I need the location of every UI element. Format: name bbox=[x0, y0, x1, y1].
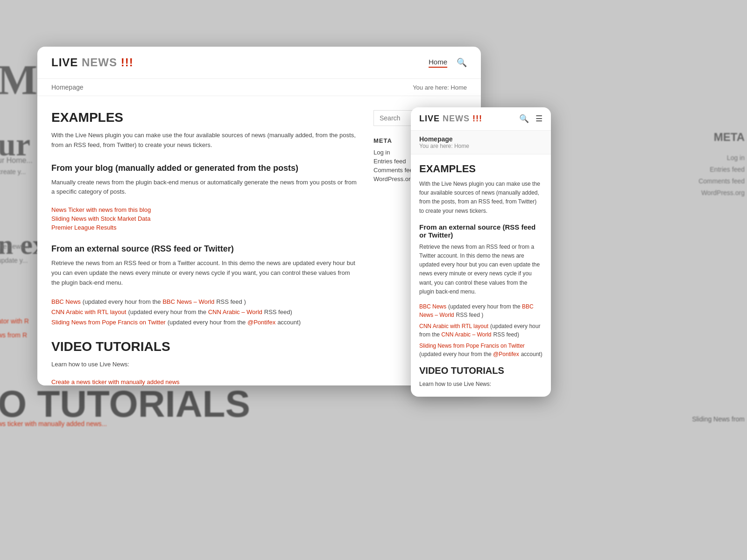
video-title: VIDEO TUTORIALS bbox=[51, 339, 359, 354]
site-logo: LIVE NEWS !!! bbox=[51, 56, 134, 69]
external-link-2: CNN Arabic with RTL layout (updated ever… bbox=[51, 308, 359, 316]
pope-middle: (updated every hour from the bbox=[168, 319, 247, 326]
mobile-pope-block: Sliding News from Pope Francis on Twitte… bbox=[419, 341, 543, 358]
blog-desc: Manually create news from the plugin bac… bbox=[51, 178, 359, 197]
mobile-search-button[interactable]: 🔍 bbox=[519, 114, 529, 124]
bg-text-ticker: ws ticker with manually added news... bbox=[0, 420, 107, 427]
bg-meta-entries: Entries feed bbox=[710, 166, 745, 173]
cnn-world-link[interactable]: CNN Arabic – World bbox=[208, 308, 262, 315]
mobile-breadcrumb-main: Homepage bbox=[419, 135, 543, 143]
mobile-menu-button[interactable]: ☰ bbox=[536, 114, 543, 124]
logo-news: NEWS bbox=[78, 56, 117, 69]
mobile-logo-exclaim: !!! bbox=[470, 114, 482, 123]
mobile-breadcrumb-sub: You are here: Home bbox=[419, 143, 543, 149]
video-desc: Learn how to use Live News: bbox=[51, 360, 359, 370]
video-link-1[interactable]: Create a news ticker with manually added… bbox=[51, 378, 359, 385]
bg-text-home: ur Home... bbox=[0, 156, 33, 165]
external-link-1: BBC News (updated every hour from the BB… bbox=[51, 297, 359, 306]
mobile-bbc-block: BBC News (updated every hour from the BB… bbox=[419, 302, 543, 319]
bbc-world-link[interactable]: BBC News – World bbox=[162, 298, 214, 305]
mobile-video-desc: Learn how to use Live News: bbox=[419, 380, 543, 389]
mobile-header-icons: 🔍 ☰ bbox=[519, 114, 543, 124]
breadcrumb-bar: Homepage You are here: Home bbox=[37, 79, 481, 96]
pontifex-link[interactable]: @Pontifex bbox=[247, 319, 275, 326]
cnn-middle: (updated every hour from the bbox=[128, 308, 208, 315]
mobile-content: EXAMPLES With the Live News plugin you c… bbox=[411, 154, 551, 397]
bg-text-sliding: ws from R bbox=[0, 331, 27, 339]
mobile-logo-news: NEWS bbox=[440, 114, 470, 123]
mobile-external-title: From an external source (RSS feed or Twi… bbox=[419, 223, 543, 239]
external-section: From an external source (RSS feed or Twi… bbox=[51, 244, 359, 326]
logo-live: LIVE bbox=[51, 56, 78, 69]
bg-text-cnn: ator with R bbox=[0, 317, 29, 325]
mobile-pope-middle: (updated every hour from the bbox=[419, 351, 493, 357]
mobile-examples-desc: With the Live News plugin you can make u… bbox=[419, 180, 543, 216]
blog-section: From your blog (manually added or genera… bbox=[51, 163, 359, 231]
bg-meta-wp: WordPress.org bbox=[701, 189, 745, 196]
mobile-cnn-block: CNN Arabic with RTL layout (updated ever… bbox=[419, 322, 543, 338]
external-title: From an external source (RSS feed or Twi… bbox=[51, 244, 359, 254]
mobile-breadcrumb: Homepage You are here: Home bbox=[411, 131, 551, 154]
cnn-link[interactable]: CNN Arabic with RTL layout bbox=[51, 308, 126, 315]
site-header: LIVE NEWS !!! Home 🔍 bbox=[37, 47, 481, 79]
bg-text-create: create y... bbox=[0, 168, 26, 175]
nav-home-link[interactable]: Home bbox=[429, 58, 447, 68]
mobile-bbc-link[interactable]: BBC News bbox=[419, 303, 446, 310]
blog-title: From your blog (manually added or genera… bbox=[51, 163, 359, 173]
bg-meta-title: META bbox=[714, 131, 745, 144]
mobile-logo: LIVE NEWS !!! bbox=[419, 114, 482, 124]
external-desc: Retrieve the news from an RSS feed or fr… bbox=[51, 259, 359, 287]
bg-text-tutorials: O TUTORIALS bbox=[0, 383, 250, 426]
blog-link-3[interactable]: Premier League Results bbox=[51, 224, 359, 231]
mobile-pope-link[interactable]: Sliding News from Pope Francis on Twitte… bbox=[419, 343, 525, 349]
mobile-examples-title: EXAMPLES bbox=[419, 163, 543, 175]
search-icon-button[interactable]: 🔍 bbox=[457, 57, 467, 68]
mobile-cnn-suffix: RSS feed) bbox=[493, 331, 519, 338]
pope-link[interactable]: Sliding News from Pope Francis on Twitte… bbox=[51, 319, 166, 326]
cnn-suffix: RSS feed) bbox=[264, 308, 292, 315]
blog-link-1[interactable]: News Ticker with news from this blog bbox=[51, 206, 359, 213]
bg-sliding-news: Sliding News from bbox=[692, 415, 745, 423]
mobile-pope-suffix: account) bbox=[521, 351, 543, 357]
blog-link-2[interactable]: Sliding News with Stock Market Data bbox=[51, 215, 359, 222]
mobile-pontifex-link[interactable]: @Pontifex bbox=[493, 351, 519, 357]
mobile-bbc-middle: (updated every hour from the bbox=[448, 303, 522, 310]
examples-section: EXAMPLES With the Live News plugin you c… bbox=[51, 110, 359, 150]
mobile-header: LIVE NEWS !!! 🔍 ☰ bbox=[411, 107, 551, 131]
bg-meta-login: Log in bbox=[727, 154, 745, 161]
mobile-cnn-world-link[interactable]: CNN Arabic – World bbox=[441, 331, 491, 338]
mobile-video-title: VIDEO TUTORIALS bbox=[419, 365, 543, 376]
mobile-window: LIVE NEWS !!! 🔍 ☰ Homepage You are here:… bbox=[411, 107, 551, 397]
external-link-3: Sliding News from Pope Francis on Twitte… bbox=[51, 318, 359, 326]
logo-exclaim: !!! bbox=[117, 56, 134, 69]
mobile-cnn-link[interactable]: CNN Arabic with RTL layout bbox=[419, 323, 488, 329]
bbc-link[interactable]: BBC News bbox=[51, 298, 81, 305]
bbc-middle: (updated every hour from the bbox=[83, 298, 162, 305]
breadcrumb-homepage: Homepage bbox=[51, 84, 84, 91]
bg-text-update: update y... bbox=[0, 257, 28, 264]
mobile-logo-live: LIVE bbox=[419, 114, 440, 123]
bg-meta-comments: Comments feed bbox=[698, 177, 745, 185]
video-section: VIDEO TUTORIALS Learn how to use Live Ne… bbox=[51, 339, 359, 385]
pope-suffix: account) bbox=[277, 319, 301, 326]
examples-desc: With the Live News plugin you can make u… bbox=[51, 131, 359, 150]
breadcrumb-here: You are here: Home bbox=[413, 84, 467, 91]
bbc-suffix: RSS feed ) bbox=[216, 298, 246, 305]
content-area: EXAMPLES With the Live News plugin you c… bbox=[51, 110, 359, 371]
mobile-external-desc: Retrieve the news from an RSS feed or fr… bbox=[419, 243, 543, 296]
mobile-bbc-suffix: RSS feed ) bbox=[456, 312, 483, 318]
header-nav: Home 🔍 bbox=[429, 57, 467, 68]
bg-text-retrieve: the news... bbox=[0, 243, 29, 250]
examples-title: EXAMPLES bbox=[51, 110, 359, 125]
